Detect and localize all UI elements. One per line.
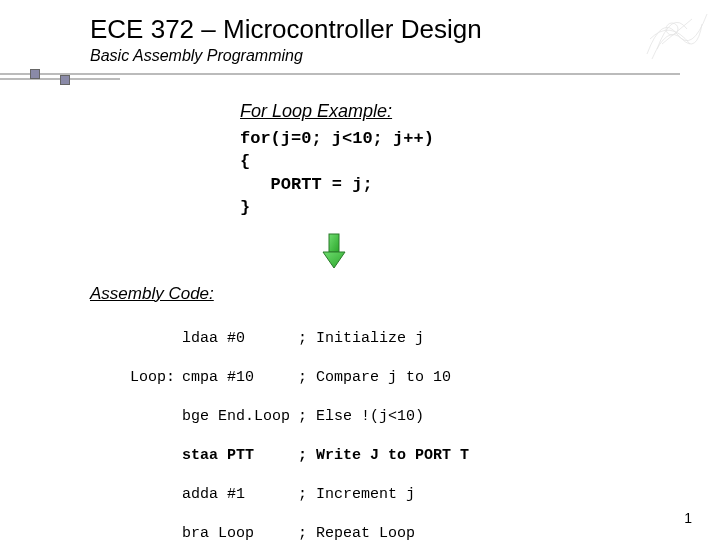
lecture-subtitle: Basic Assembly Programming — [90, 47, 720, 65]
decorative-sketch — [642, 4, 712, 64]
asm-instr: cmpa #10 — [182, 368, 298, 388]
page-number: 1 — [684, 510, 692, 526]
asm-label: Loop: — [130, 368, 182, 388]
header: ECE 372 – Microcontroller Design Basic A… — [0, 0, 720, 83]
asm-comment: ; Increment j — [298, 486, 415, 503]
asm-comment: ; Initialize j — [298, 330, 424, 347]
asm-row: bge End.Loop; Else !(j<10) — [130, 407, 680, 427]
asm-row: ldaa #0; Initialize j — [130, 329, 680, 349]
code-line: { — [240, 152, 250, 171]
assembly-code-block: ldaa #0; Initialize j Loop:cmpa #10; Com… — [130, 310, 680, 540]
course-title: ECE 372 – Microcontroller Design — [90, 14, 720, 45]
asm-instr: bge End.Loop — [182, 407, 298, 427]
example-heading: For Loop Example: — [240, 101, 680, 122]
asm-row: staa PTT; Write J to PORT T — [130, 446, 680, 466]
asm-comment: ; Repeat Loop — [298, 525, 415, 540]
svg-marker-2 — [323, 252, 345, 268]
asm-comment: ; Write J to PORT T — [298, 447, 469, 464]
asm-comment: ; Compare j to 10 — [298, 369, 451, 386]
asm-row: adda #1; Increment j — [130, 485, 680, 505]
assembly-heading: Assembly Code: — [90, 284, 680, 304]
asm-row: Loop:cmpa #10; Compare j to 10 — [130, 368, 680, 388]
down-arrow-icon — [320, 232, 680, 276]
asm-instr: staa PTT — [182, 446, 298, 466]
asm-instr: bra Loop — [182, 524, 298, 540]
asm-instr: adda #1 — [182, 485, 298, 505]
svg-rect-1 — [329, 234, 339, 252]
code-line: for(j=0; j<10; j++) — [240, 129, 434, 148]
asm-row: bra Loop; Repeat Loop — [130, 524, 680, 540]
code-line: } — [240, 198, 250, 217]
code-line: PORTT = j; — [240, 175, 373, 194]
asm-instr: ldaa #0 — [182, 329, 298, 349]
slide-content: For Loop Example: for(j=0; j<10; j++) { … — [0, 83, 720, 540]
header-rule — [90, 69, 720, 83]
asm-comment: ; Else !(j<10) — [298, 408, 424, 425]
c-code-block: for(j=0; j<10; j++) { PORTT = j; } — [240, 128, 680, 220]
